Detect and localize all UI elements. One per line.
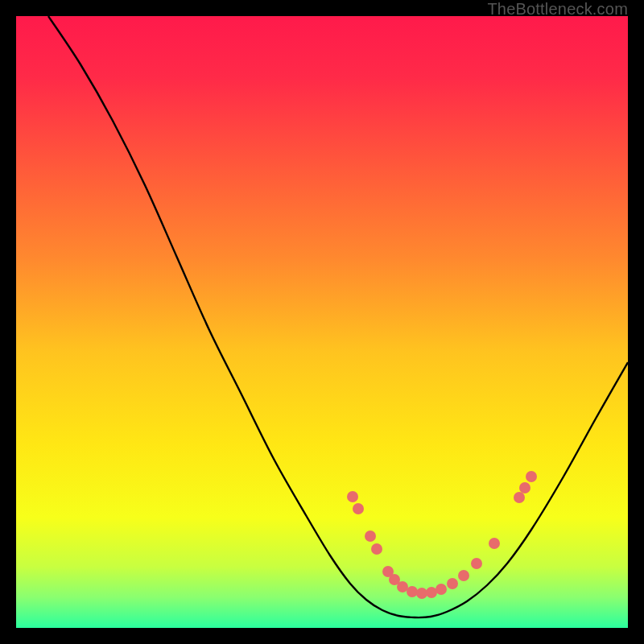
- background-gradient: [16, 16, 628, 628]
- chart-frame: [16, 16, 628, 628]
- svg-rect-0: [16, 16, 628, 628]
